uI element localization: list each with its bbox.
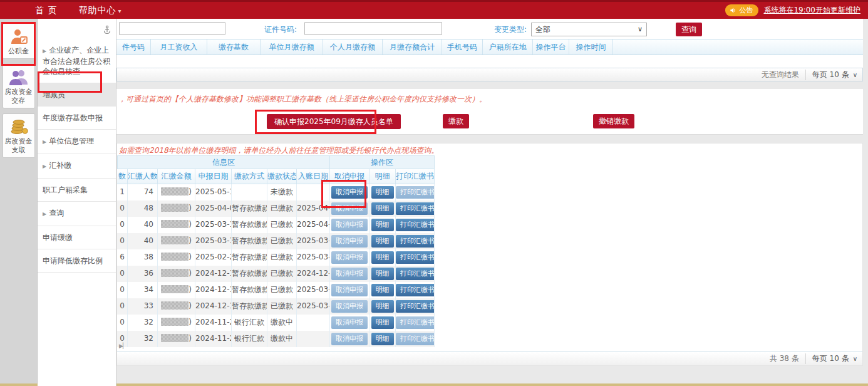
- detail-button[interactable]: 明细: [371, 251, 394, 264]
- scroll-end-icon[interactable]: ▶▏: [119, 343, 127, 349]
- change-type-select[interactable]: 全部 ∨: [531, 23, 647, 36]
- print-remit-button[interactable]: 打印汇缴书: [396, 219, 435, 231]
- remit-col-header: 取消申报: [330, 169, 369, 184]
- print-remit-cell: 打印汇缴书: [396, 233, 435, 249]
- cell-pay-status: 已缴款: [267, 233, 297, 249]
- cert-number-label: 证件号码:: [264, 24, 297, 35]
- cancel-declare-button[interactable]: 取消申报: [331, 186, 368, 199]
- sidebar-item-1[interactable]: ▶企业破产、企业上市合法合规住房公积金信息核查: [38, 39, 116, 83]
- cancel-declare-cell: 取消申报: [330, 217, 369, 233]
- nav-help-center[interactable]: 帮助中心▾: [78, 5, 121, 16]
- nav-home[interactable]: 首 页: [35, 5, 57, 16]
- page-size-select[interactable]: 每页 10 条 ∨: [805, 70, 857, 80]
- detail-button[interactable]: 明细: [371, 235, 394, 248]
- cell-people: 48: [128, 201, 158, 217]
- cell-pay-method: 暂存款缴款: [232, 266, 267, 282]
- provident-fund-person-edit-icon: [4, 28, 34, 47]
- sidebar-item-4[interactable]: ▶单位信息管理: [38, 130, 116, 154]
- print-remit-button[interactable]: 打印汇缴书: [396, 202, 435, 215]
- cell-amount-masked: ): [158, 249, 195, 266]
- employee-col-header: 件号码: [116, 39, 151, 55]
- cell-entry-date: 2025-03-14: [297, 233, 330, 249]
- cell-pay-method: 暂存款缴款: [232, 217, 267, 233]
- masked-amount-block: [161, 204, 189, 212]
- employee-col-header: 个人月缴存额: [323, 39, 383, 55]
- employee-col-header: 户籍所在地: [483, 39, 533, 55]
- cell-pay-status: 缴款中: [267, 315, 297, 331]
- rail-item-label: 房改资金: [4, 88, 34, 96]
- cell-count: 0: [117, 298, 128, 315]
- cell-declare-date: 2025-03-14: [195, 233, 232, 249]
- sidebar-item-8[interactable]: 申请缓缴: [38, 226, 116, 249]
- chevron-down-icon: ∨: [853, 71, 857, 78]
- cell-people: 40: [128, 233, 158, 249]
- housing-reform-deposit-people-icon: [4, 68, 34, 88]
- sidebar-item-9[interactable]: 申请降低缴存比例: [38, 249, 116, 273]
- cell-people: 34: [128, 282, 158, 298]
- sidebar-item-label: 企业破产、企业上市合法合规住房公积金信息核查: [43, 46, 110, 76]
- query-button[interactable]: 查询: [676, 23, 702, 36]
- table-row: 048)2025-04-09暂存款缴款已缴款2025-04-09取消申报明细打印…: [117, 201, 435, 217]
- pay-button[interactable]: 缴款: [443, 114, 469, 128]
- page-size-label-2: 每页 10 条: [812, 353, 849, 364]
- page-size-select-2[interactable]: 每页 10 条 ∨: [805, 353, 857, 364]
- masked-amount-block: [161, 253, 189, 261]
- detail-button[interactable]: 明细: [371, 268, 394, 280]
- maintenance-notice-link[interactable]: 系统将在19:00开始更新维护: [763, 5, 860, 16]
- remit-col-header: 申报日期: [195, 169, 232, 184]
- print-remit-button: 打印汇缴书: [396, 316, 435, 329]
- cancel-pay-button[interactable]: 撤销缴款: [593, 114, 634, 128]
- cell-declare-date: 2025-05-13: [195, 184, 232, 201]
- employee-col-header: 月工资收入: [151, 39, 207, 55]
- sidebar-item-3[interactable]: 年度缴存基数申报: [38, 107, 116, 130]
- rail-item-label: 支取: [4, 146, 34, 155]
- rail-item-2[interactable]: 房改资金交存: [3, 64, 35, 108]
- remit-col-header: 缴款状态: [267, 169, 297, 184]
- detail-button[interactable]: 明细: [371, 284, 394, 296]
- cell-entry-date: 2025-03-14: [297, 249, 330, 266]
- cell-pay-method: [232, 184, 267, 201]
- print-remit-button[interactable]: 打印汇缴书: [396, 284, 435, 296]
- detail-button[interactable]: 明细: [371, 300, 394, 313]
- detail-button[interactable]: 明细: [371, 316, 394, 329]
- remit-col-header: 打印汇缴书: [396, 169, 435, 184]
- cell-declare-date: 2024-11-22: [195, 315, 232, 331]
- cert-number-input[interactable]: [304, 22, 442, 35]
- detail-button[interactable]: 明细: [371, 186, 394, 199]
- rail-item-3[interactable]: 房改资金支取: [3, 113, 35, 158]
- sidebar-item-7[interactable]: ▶查询: [38, 202, 116, 226]
- detail-cell: 明细: [369, 266, 396, 282]
- rail-item-1[interactable]: 公积金: [3, 23, 35, 59]
- keyword-input[interactable]: [119, 22, 225, 35]
- masked-amount-block: [161, 334, 189, 342]
- cell-people: 33: [128, 298, 158, 315]
- detail-cell: 明细: [369, 282, 396, 298]
- cancel-declare-button: 取消申报: [331, 316, 368, 329]
- sidebar-item-2[interactable]: 增减员: [38, 83, 116, 107]
- detail-button[interactable]: 明细: [371, 202, 394, 215]
- print-remit-button[interactable]: 打印汇缴书: [396, 235, 435, 248]
- sidebar-item-label: 申请降低缴存比例: [43, 256, 103, 265]
- cell-amount-masked: ): [158, 331, 195, 347]
- detail-cell: 明细: [369, 249, 396, 266]
- print-remit-button[interactable]: 打印汇缴书: [396, 300, 435, 313]
- masked-amount-block: [161, 269, 189, 277]
- employee-col-header: 月缴存额合计: [383, 39, 442, 55]
- detail-button[interactable]: 明细: [371, 333, 394, 345]
- print-remit-cell: 打印汇缴书: [396, 315, 435, 331]
- table-row: 036)2024-12-18暂存款缴款已缴款2024-12-18取消申报明细打印…: [117, 266, 435, 282]
- cell-declare-date: 2025-04-09: [195, 201, 232, 217]
- sidebar-item-6[interactable]: 职工户籍采集: [38, 179, 116, 202]
- masked-amount-block: [161, 236, 189, 244]
- print-remit-button[interactable]: 打印汇缴书: [396, 251, 435, 264]
- confirm-declare-button[interactable]: 确认申报2025年09月缴存人员名单: [267, 114, 401, 129]
- history-query-notice: 如需查询2018年以前单位缴存明细，请单位经办人前往任意管理部或受托银行代办点现…: [119, 145, 439, 156]
- detail-button[interactable]: 明细: [371, 219, 394, 231]
- employee-table-header: 件号码月工资收入缴存基数单位月缴存额个人月缴存额月缴存额合计手机号码户籍所在地操…: [116, 39, 863, 55]
- sidebar-item-5[interactable]: ▶汇补缴: [38, 154, 116, 179]
- nav-help-label: 帮助中心: [78, 5, 116, 15]
- anchor-icon[interactable]: [103, 25, 111, 36]
- print-remit-button[interactable]: 打印汇缴书: [396, 268, 435, 280]
- no-result-text: 无查询结果: [762, 70, 799, 80]
- cell-people: 36: [128, 266, 158, 282]
